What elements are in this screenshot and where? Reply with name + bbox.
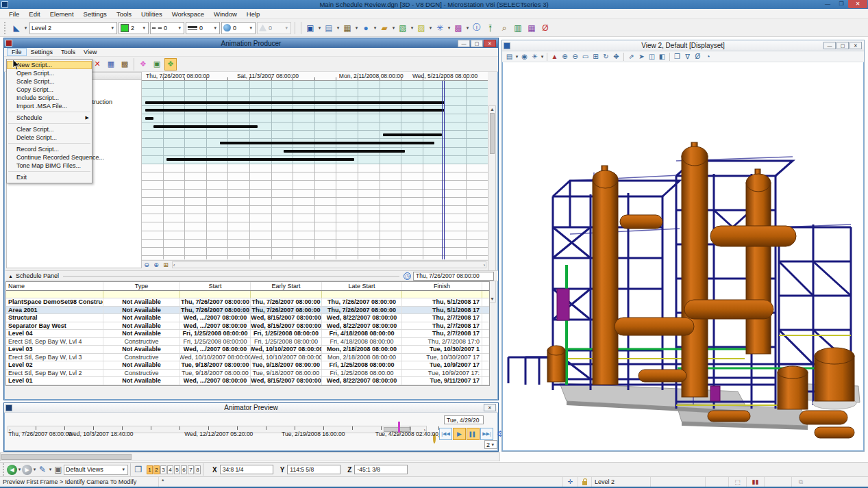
element-class-combo[interactable]: 0 ▾ (221, 22, 256, 34)
chevron-down-icon[interactable]: ▾ (514, 54, 519, 60)
scroll-up-icon[interactable]: ▲ (489, 106, 495, 112)
column-header-late-start[interactable]: Late Start (322, 282, 402, 290)
file-menu-item-include-script[interactable]: Include Script... (7, 94, 92, 102)
chevron-down-icon[interactable]: ▾ (317, 25, 322, 31)
ap-menu-file[interactable]: File (7, 48, 27, 56)
zoom-wand-icon[interactable]: ✳ (433, 21, 447, 35)
file-menu-item-scale-script[interactable]: Scale Script... (7, 77, 92, 86)
chevron-down-icon[interactable]: ▾ (17, 467, 22, 472)
selection-set-icon[interactable]: ⬚ (729, 477, 747, 487)
zoom-in-icon[interactable]: ⊕ (560, 50, 570, 64)
scroll-right-icon[interactable]: › (484, 262, 485, 268)
forward-button[interactable]: ▶ (22, 465, 32, 475)
preview-playhead[interactable] (398, 422, 400, 433)
animation-settings-icon[interactable]: ❖ (164, 58, 177, 70)
chevron-down-icon[interactable]: ▾ (447, 25, 451, 31)
back-button[interactable]: ◀ (7, 465, 17, 475)
clip-mask-icon[interactable]: Ø (693, 50, 703, 64)
view-toggle-3[interactable]: 3 (160, 465, 166, 474)
z-coordinate-field[interactable]: -45:1 3/8 (354, 465, 408, 474)
view2-canvas[interactable] (503, 63, 863, 450)
active-level-combo[interactable]: Level 2 ▾ (29, 22, 117, 34)
restore-button[interactable]: ❐ (834, 0, 848, 8)
animator-preview-titlebar[interactable]: Animator Preview ✕ (4, 403, 498, 413)
schedule-date-field[interactable]: Thu, 7/26/2007 08:00:00 (413, 272, 494, 281)
column-header-name[interactable]: Name (6, 282, 103, 290)
lock-icon[interactable] (578, 477, 592, 487)
menu-tools[interactable]: Tools (112, 10, 136, 18)
minimize-button[interactable]: — (458, 40, 470, 47)
window-area-icon[interactable]: ▭ (580, 50, 591, 64)
close-button[interactable]: ✕ (484, 404, 496, 411)
view-toggle-2[interactable]: 2 (153, 465, 160, 474)
element-selection-icon[interactable]: ⭱ (484, 21, 497, 35)
chevron-down-icon[interactable]: ▾ (32, 467, 37, 472)
gantt-bar[interactable] (166, 158, 354, 161)
active-color-combo[interactable]: 2 ▾ (119, 22, 149, 34)
rotate-view-icon[interactable]: ↻ (601, 50, 611, 64)
skip-to-start-button[interactable]: |◀◀ (439, 428, 452, 440)
delete-script-entry-icon[interactable]: ✕ (91, 58, 103, 70)
table-row[interactable]: Area 2001Not AvailableThu, 7/26/2007 08:… (6, 307, 489, 315)
transparency-combo[interactable]: 0 ▾ (257, 22, 291, 34)
file-menu-item-schedule[interactable]: Schedule▶ (7, 114, 92, 122)
adjust-view-brightness-icon[interactable]: ◉ (519, 50, 530, 64)
chevron-down-icon[interactable]: ▾ (373, 25, 377, 31)
new-file-icon[interactable]: ▤ (322, 21, 336, 35)
file-menu-item-import-msa-file[interactable]: Import .MSA File... (7, 102, 92, 110)
gantt-bar[interactable] (383, 133, 442, 136)
preview-animation-icon[interactable]: ▣ (151, 58, 163, 70)
menu-settings[interactable]: Settings (79, 10, 112, 18)
view-toggle-5[interactable]: 5 (174, 465, 180, 474)
info-icon[interactable]: ⓘ (470, 21, 484, 35)
web-browser-icon[interactable]: ● (359, 21, 373, 35)
drop-element-icon[interactable]: ▦ (525, 21, 538, 35)
file-menu-item-exit[interactable]: Exit (7, 173, 92, 181)
cell-tools-icon[interactable]: ▩ (451, 21, 465, 35)
table-row[interactable]: Separator Bay WestNot AvailableWed, .../… (6, 322, 489, 331)
create-keyframe-icon[interactable]: ▦ (105, 58, 117, 70)
frame-step-spinner[interactable]: 2 ▾ (484, 440, 497, 449)
table-row[interactable]: Erect Stl, Sep Bay W, Lvl 1ConstructiveW… (6, 385, 489, 387)
clock-icon[interactable]: ◷ (404, 272, 411, 280)
delete-element-icon[interactable]: Ø (538, 21, 552, 35)
menu-utilities[interactable]: Utilities (136, 10, 167, 18)
ap-menu-tools[interactable]: Tools (57, 49, 79, 55)
table-row[interactable]: Erect Stl, Sep Bay W, Lvl 4ConstructiveF… (6, 338, 489, 346)
gantt-hscrollbar[interactable]: ‹ › (172, 261, 486, 268)
apply-saved-view-icon[interactable]: ◧ (657, 50, 667, 64)
file-menu-item-copy-script[interactable]: Copy Script... (7, 86, 92, 94)
view-toggle-4[interactable]: 4 (167, 465, 173, 474)
chevron-down-icon[interactable]: ▾ (391, 25, 396, 31)
gantt-fit-icon[interactable]: ⊞ (161, 261, 171, 268)
file-menu-item-record-script[interactable]: Record Script... (7, 145, 92, 153)
zoom-out-icon[interactable]: ⊖ (570, 50, 580, 64)
play-button[interactable]: ▶ (453, 428, 466, 440)
fly-icon[interactable]: ➤ (636, 50, 647, 64)
chevron-down-icon[interactable]: ▾ (48, 467, 53, 472)
database-icon[interactable]: ▧ (396, 21, 410, 35)
scroll-down-icon[interactable]: ▼ (489, 296, 495, 302)
dual-view-icon[interactable]: ❐ (133, 463, 144, 476)
toolbar-grip[interactable] (3, 463, 5, 476)
walk-icon[interactable]: ⇗ (626, 50, 636, 64)
gantt-bar[interactable] (145, 101, 445, 104)
saved-views-icon[interactable]: ◫ (647, 50, 657, 64)
filter-cell[interactable] (251, 291, 322, 298)
pause-button[interactable]: ▌▌ (467, 428, 480, 440)
fit-view-icon[interactable]: ⊞ (591, 50, 601, 64)
gantt-bar[interactable] (145, 109, 445, 112)
chevron-down-icon[interactable]: ▾ (428, 25, 433, 31)
schedule-table[interactable]: NameTypeStartEarly StartLate StartFinish… (5, 281, 490, 386)
menu-edit[interactable]: Edit (24, 10, 45, 18)
scroll-left-icon[interactable]: ‹ (173, 262, 175, 268)
file-menu-item-clear-script[interactable]: Clear Script... (7, 125, 92, 133)
file-menu-item-delete-script[interactable]: Delete Script... (7, 133, 92, 142)
filter-cell[interactable] (402, 291, 482, 298)
navigate-view-icon[interactable]: ◔ (703, 50, 713, 64)
animation-producer-titlebar[interactable]: Animation Producer — ▢ ✕ (4, 38, 498, 48)
view-lighting-icon[interactable]: ☀ (530, 50, 540, 64)
active-level-status[interactable]: Level 2 (592, 477, 651, 487)
view-toggle-7[interactable]: 7 (188, 465, 194, 474)
column-header-early-start[interactable]: Early Start (251, 282, 322, 290)
